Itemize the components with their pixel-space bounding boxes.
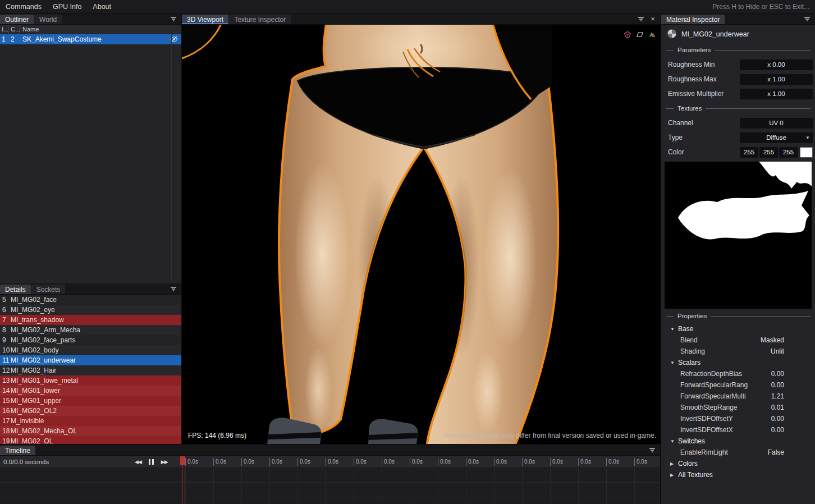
- tab-3d-viewport[interactable]: 3D Viewport: [182, 15, 228, 24]
- outliner-scroll-track[interactable]: [171, 34, 172, 280]
- fast-forward-button[interactable]: ▶▶: [161, 459, 168, 465]
- property-group-colors[interactable]: ▶Colors: [661, 458, 815, 469]
- menu-gpu-info[interactable]: GPU Info: [47, 0, 87, 13]
- chevron-down-icon: ▼: [670, 327, 678, 332]
- viewport-3d-render[interactable]: FPS: 144 (6.96 ms) Previewed content may…: [182, 25, 661, 444]
- material-row-mi-mg02-ol2[interactable]: 16MI_MG02_OL2: [0, 406, 181, 416]
- material-row-mi-mg01-lower[interactable]: 14MI_MG01_lower: [0, 386, 181, 396]
- tick-label: 0.0s: [579, 458, 591, 466]
- tab-details[interactable]: Details: [0, 285, 31, 294]
- inspector-tabbar: Material Inspector: [661, 13, 815, 25]
- tab-material-inspector[interactable]: Material Inspector: [661, 15, 725, 24]
- tick-label: 0.0s: [354, 458, 367, 466]
- viewport-tabbar: 3D ViewportTexture Inspector ×: [182, 13, 661, 25]
- menu-about[interactable]: About: [87, 0, 117, 13]
- parameter-value-input[interactable]: x 1.00: [740, 89, 813, 99]
- filter-icon[interactable]: [803, 15, 811, 23]
- timeline-tick: 0.0s: [269, 458, 282, 467]
- property-enablerimlight[interactable]: EnableRimLightFalse: [661, 447, 815, 458]
- tab-timeline[interactable]: Timeline: [0, 446, 35, 455]
- plane-grid-icon[interactable]: [636, 30, 644, 38]
- rewind-button[interactable]: ◀◀: [135, 459, 141, 465]
- material-row-mi-trans-shadow[interactable]: 7MI_trans_shadow: [0, 315, 181, 325]
- parameter-label: Roughness Max: [668, 75, 717, 83]
- tab-texture-inspector[interactable]: Texture Inspector: [229, 15, 291, 24]
- property-label: Scalars: [678, 359, 700, 366]
- property-group-all-textures[interactable]: ▶All Textures: [661, 469, 815, 480]
- parameter-value-input[interactable]: x 0.00: [740, 59, 813, 70]
- timeline-tabbar: Timeline: [0, 445, 660, 456]
- tick-label: 0.0s: [495, 458, 507, 466]
- material-row-mi-mg02-underwear[interactable]: 11MI_MG02_underwear: [0, 355, 181, 365]
- color-r-input[interactable]: 255: [740, 147, 758, 158]
- material-row-mi-mg02-face[interactable]: 5MI_MG02_face: [0, 295, 181, 305]
- material-sphere-icon: [667, 29, 677, 40]
- channel-value-box[interactable]: UV 0: [740, 118, 813, 129]
- property-forwardspecularrang[interactable]: ForwardSpecularRang0.00: [661, 379, 815, 391]
- fmodel-window: CommandsGPU InfoAbout Press H to Hide or…: [0, 0, 815, 504]
- material-row-mi-mg02-arm-mecha[interactable]: 8MI_MG02_Arm_Mecha: [0, 325, 181, 335]
- filter-icon[interactable]: [648, 446, 656, 454]
- playback-controls: ◀◀ ▶▶: [135, 456, 168, 468]
- property-label: Shading: [680, 347, 705, 355]
- filter-icon[interactable]: [170, 15, 177, 23]
- type-dropdown[interactable]: Diffuse ▼: [740, 132, 813, 143]
- parameter-value-input[interactable]: x 1.00: [740, 74, 813, 85]
- material-row-number: 11: [0, 356, 10, 364]
- material-row-name: MI_MG01_lowe_metal: [10, 377, 78, 384]
- color-b-input[interactable]: 255: [779, 147, 798, 158]
- property-refractiondepthbias[interactable]: RefractionDepthBias0.00: [661, 368, 815, 379]
- tab-world[interactable]: World: [34, 15, 62, 24]
- color-g-input[interactable]: 255: [759, 147, 778, 158]
- material-row-mi-mg02-body[interactable]: 10MI_MG02_body: [0, 345, 181, 355]
- texture-preview[interactable]: [665, 162, 812, 309]
- material-row-mi-mg01-lowe-metal[interactable]: 13MI_MG01_lowe_metal: [0, 375, 181, 386]
- material-row-mi-mg02-hair[interactable]: 12MI_MG02_Hair: [0, 365, 181, 375]
- tick-label: 0.0s: [466, 458, 479, 466]
- playhead-marker[interactable]: [180, 456, 185, 465]
- tab-sockets[interactable]: Sockets: [31, 285, 66, 294]
- tick-label: 0.0s: [523, 458, 535, 466]
- property-group-scalars[interactable]: ▼Scalars: [661, 357, 815, 368]
- property-forwardspecularmulti[interactable]: ForwardSpecularMulti1.21: [661, 391, 815, 402]
- timeline-ruler[interactable]: 0.0/0.0 seconds ◀◀ ▶▶ 0.0s0.0s0.0s0.0s0.…: [0, 456, 660, 468]
- chevron-right-icon: ▶: [670, 473, 678, 478]
- material-row-mi-mg01-upper[interactable]: 15MI_MG01_upper: [0, 396, 181, 406]
- property-group-switches[interactable]: ▼Switches: [661, 436, 815, 447]
- property-blend[interactable]: BlendMasked: [661, 335, 815, 346]
- filter-icon[interactable]: [637, 15, 645, 23]
- tick-label: 0.0s: [382, 458, 395, 466]
- close-icon[interactable]: ×: [649, 15, 657, 23]
- material-row-mi-mg02-ol[interactable]: 19MI_MG02_OL: [0, 436, 181, 444]
- property-smoothsteprange[interactable]: SmoothStepRange0.01: [661, 402, 815, 413]
- tab-outliner[interactable]: Outliner: [0, 15, 34, 24]
- property-invertsdfoffsety[interactable]: InvertSDFOffsetY0.00: [661, 413, 815, 424]
- material-row-number: 15: [0, 397, 10, 405]
- outliner-row-sk-akemi-swapcostume[interactable]: 1 2 SK_Akemi_SwapCostume: [0, 34, 181, 44]
- timeline-tick: 0.0s: [606, 458, 619, 467]
- menu-commands[interactable]: Commands: [0, 0, 47, 13]
- filter-icon[interactable]: [170, 285, 177, 293]
- property-label: InvertSDFOffsetX: [680, 426, 733, 434]
- material-row-mi-mg02-mecha-ol[interactable]: 18MI_MG02_Mecha_OL: [0, 426, 181, 436]
- property-label: RefractionDepthBias: [680, 370, 742, 378]
- property-group-base[interactable]: ▼Base: [661, 323, 815, 335]
- material-row-m-invisible[interactable]: 17M_invisible: [0, 416, 181, 426]
- pause-button[interactable]: [149, 459, 154, 465]
- material-row-mi-mg02-eye[interactable]: 6MI_MG02_eye: [0, 305, 181, 315]
- property-shading[interactable]: ShadingUnlit: [661, 346, 815, 357]
- outliner-panel: OutlinerWorld I... C... Name 1 2 SK_Akem…: [0, 13, 182, 283]
- material-row-name: MI_MG02_underwear: [10, 356, 76, 364]
- timeline-grid[interactable]: [0, 468, 660, 504]
- material-row-mi-mg02-face-parts[interactable]: 9MI_MG02_face_parts: [0, 335, 181, 345]
- column-count: C...: [9, 25, 20, 34]
- material-row-number: 14: [0, 387, 10, 395]
- color-swatch[interactable]: [800, 147, 813, 158]
- tick-label: 0.0s: [551, 458, 563, 466]
- property-label: ForwardSpecularRang: [680, 381, 748, 389]
- shading-mode-icon[interactable]: [648, 30, 656, 38]
- property-label: EnableRimLight: [680, 448, 728, 456]
- property-invertsdfoffsetx[interactable]: InvertSDFOffsetX0.00: [661, 424, 815, 436]
- wireframe-mesh-icon[interactable]: [624, 30, 631, 38]
- texture-type-row: Type Diffuse ▼: [661, 130, 815, 145]
